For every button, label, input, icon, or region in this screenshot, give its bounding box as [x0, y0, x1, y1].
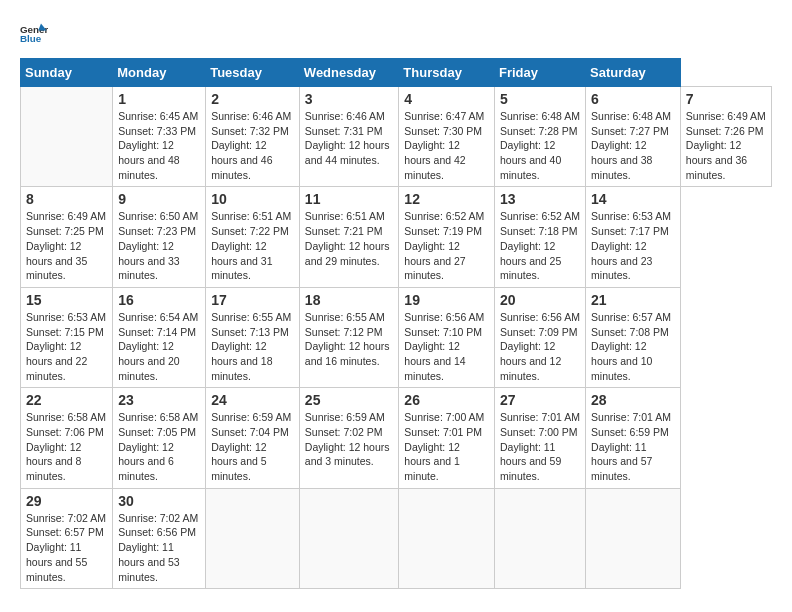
day-info: Sunrise: 6:49 AMSunset: 7:25 PMDaylight:… — [26, 209, 107, 282]
calendar-cell: 16 Sunrise: 6:54 AMSunset: 7:14 PMDaylig… — [113, 287, 206, 387]
day-number: 12 — [404, 191, 489, 207]
day-number: 2 — [211, 91, 294, 107]
day-info: Sunrise: 6:58 AMSunset: 7:06 PMDaylight:… — [26, 410, 107, 483]
day-number: 22 — [26, 392, 107, 408]
day-info: Sunrise: 6:51 AMSunset: 7:21 PMDaylight:… — [305, 209, 394, 268]
day-number: 24 — [211, 392, 294, 408]
day-number: 8 — [26, 191, 107, 207]
calendar-cell: 1 Sunrise: 6:45 AMSunset: 7:33 PMDayligh… — [113, 87, 206, 187]
calendar-cell — [206, 488, 300, 588]
calendar-week-2: 8 Sunrise: 6:49 AMSunset: 7:25 PMDayligh… — [21, 187, 772, 287]
day-info: Sunrise: 6:59 AMSunset: 7:02 PMDaylight:… — [305, 410, 394, 469]
day-info: Sunrise: 6:51 AMSunset: 7:22 PMDaylight:… — [211, 209, 294, 282]
calendar-cell: 29 Sunrise: 7:02 AMSunset: 6:57 PMDaylig… — [21, 488, 113, 588]
calendar-week-5: 29 Sunrise: 7:02 AMSunset: 6:57 PMDaylig… — [21, 488, 772, 588]
calendar-cell: 21 Sunrise: 6:57 AMSunset: 7:08 PMDaylig… — [586, 287, 681, 387]
day-header-saturday: Saturday — [586, 59, 681, 87]
day-number: 9 — [118, 191, 200, 207]
day-number: 16 — [118, 292, 200, 308]
day-number: 23 — [118, 392, 200, 408]
calendar-week-4: 22 Sunrise: 6:58 AMSunset: 7:06 PMDaylig… — [21, 388, 772, 488]
day-info: Sunrise: 6:53 AMSunset: 7:15 PMDaylight:… — [26, 310, 107, 383]
day-info: Sunrise: 7:02 AMSunset: 6:56 PMDaylight:… — [118, 511, 200, 584]
day-info: Sunrise: 6:55 AMSunset: 7:13 PMDaylight:… — [211, 310, 294, 383]
day-number: 26 — [404, 392, 489, 408]
calendar-week-3: 15 Sunrise: 6:53 AMSunset: 7:15 PMDaylig… — [21, 287, 772, 387]
calendar-cell: 15 Sunrise: 6:53 AMSunset: 7:15 PMDaylig… — [21, 287, 113, 387]
day-number: 6 — [591, 91, 675, 107]
calendar-cell: 10 Sunrise: 6:51 AMSunset: 7:22 PMDaylig… — [206, 187, 300, 287]
calendar-cell: 28 Sunrise: 7:01 AMSunset: 6:59 PMDaylig… — [586, 388, 681, 488]
day-info: Sunrise: 6:56 AMSunset: 7:10 PMDaylight:… — [404, 310, 489, 383]
calendar-cell: 17 Sunrise: 6:55 AMSunset: 7:13 PMDaylig… — [206, 287, 300, 387]
calendar-cell: 19 Sunrise: 6:56 AMSunset: 7:10 PMDaylig… — [399, 287, 495, 387]
calendar-cell: 2 Sunrise: 6:46 AMSunset: 7:32 PMDayligh… — [206, 87, 300, 187]
day-info: Sunrise: 6:55 AMSunset: 7:12 PMDaylight:… — [305, 310, 394, 369]
day-number: 19 — [404, 292, 489, 308]
logo-icon: General Blue — [20, 20, 48, 48]
calendar-cell: 24 Sunrise: 6:59 AMSunset: 7:04 PMDaylig… — [206, 388, 300, 488]
svg-text:Blue: Blue — [20, 33, 42, 44]
calendar-table: SundayMondayTuesdayWednesdayThursdayFrid… — [20, 58, 772, 589]
day-number: 30 — [118, 493, 200, 509]
calendar-cell: 8 Sunrise: 6:49 AMSunset: 7:25 PMDayligh… — [21, 187, 113, 287]
day-info: Sunrise: 7:01 AMSunset: 7:00 PMDaylight:… — [500, 410, 580, 483]
calendar-header: SundayMondayTuesdayWednesdayThursdayFrid… — [21, 59, 772, 87]
day-number: 11 — [305, 191, 394, 207]
day-header-sunday: Sunday — [21, 59, 113, 87]
day-info: Sunrise: 6:54 AMSunset: 7:14 PMDaylight:… — [118, 310, 200, 383]
calendar-cell: 4 Sunrise: 6:47 AMSunset: 7:30 PMDayligh… — [399, 87, 495, 187]
calendar-cell: 6 Sunrise: 6:48 AMSunset: 7:27 PMDayligh… — [586, 87, 681, 187]
calendar-cell: 9 Sunrise: 6:50 AMSunset: 7:23 PMDayligh… — [113, 187, 206, 287]
day-number: 28 — [591, 392, 675, 408]
calendar-cell — [399, 488, 495, 588]
day-info: Sunrise: 6:53 AMSunset: 7:17 PMDaylight:… — [591, 209, 675, 282]
day-info: Sunrise: 6:58 AMSunset: 7:05 PMDaylight:… — [118, 410, 200, 483]
calendar-cell: 27 Sunrise: 7:01 AMSunset: 7:00 PMDaylig… — [494, 388, 585, 488]
calendar-cell: 26 Sunrise: 7:00 AMSunset: 7:01 PMDaylig… — [399, 388, 495, 488]
calendar-cell: 30 Sunrise: 7:02 AMSunset: 6:56 PMDaylig… — [113, 488, 206, 588]
day-info: Sunrise: 6:57 AMSunset: 7:08 PMDaylight:… — [591, 310, 675, 383]
day-info: Sunrise: 6:49 AMSunset: 7:26 PMDaylight:… — [686, 109, 766, 182]
day-number: 5 — [500, 91, 580, 107]
day-number: 3 — [305, 91, 394, 107]
day-info: Sunrise: 6:50 AMSunset: 7:23 PMDaylight:… — [118, 209, 200, 282]
day-number: 20 — [500, 292, 580, 308]
calendar-cell: 22 Sunrise: 6:58 AMSunset: 7:06 PMDaylig… — [21, 388, 113, 488]
day-number: 14 — [591, 191, 675, 207]
day-info: Sunrise: 7:00 AMSunset: 7:01 PMDaylight:… — [404, 410, 489, 483]
day-info: Sunrise: 6:46 AMSunset: 7:31 PMDaylight:… — [305, 109, 394, 168]
day-number: 1 — [118, 91, 200, 107]
calendar-cell: 14 Sunrise: 6:53 AMSunset: 7:17 PMDaylig… — [586, 187, 681, 287]
calendar-cell: 11 Sunrise: 6:51 AMSunset: 7:21 PMDaylig… — [299, 187, 399, 287]
calendar-cell — [494, 488, 585, 588]
day-info: Sunrise: 6:56 AMSunset: 7:09 PMDaylight:… — [500, 310, 580, 383]
calendar-cell — [299, 488, 399, 588]
day-header-wednesday: Wednesday — [299, 59, 399, 87]
calendar-cell: 20 Sunrise: 6:56 AMSunset: 7:09 PMDaylig… — [494, 287, 585, 387]
day-number: 10 — [211, 191, 294, 207]
calendar-cell — [586, 488, 681, 588]
day-header-monday: Monday — [113, 59, 206, 87]
day-header-friday: Friday — [494, 59, 585, 87]
day-info: Sunrise: 6:48 AMSunset: 7:27 PMDaylight:… — [591, 109, 675, 182]
day-info: Sunrise: 7:01 AMSunset: 6:59 PMDaylight:… — [591, 410, 675, 483]
calendar-cell: 23 Sunrise: 6:58 AMSunset: 7:05 PMDaylig… — [113, 388, 206, 488]
calendar-cell — [21, 87, 113, 187]
calendar-week-1: 1 Sunrise: 6:45 AMSunset: 7:33 PMDayligh… — [21, 87, 772, 187]
day-info: Sunrise: 6:52 AMSunset: 7:18 PMDaylight:… — [500, 209, 580, 282]
calendar-cell: 25 Sunrise: 6:59 AMSunset: 7:02 PMDaylig… — [299, 388, 399, 488]
day-info: Sunrise: 6:59 AMSunset: 7:04 PMDaylight:… — [211, 410, 294, 483]
calendar-cell: 12 Sunrise: 6:52 AMSunset: 7:19 PMDaylig… — [399, 187, 495, 287]
calendar-cell: 18 Sunrise: 6:55 AMSunset: 7:12 PMDaylig… — [299, 287, 399, 387]
day-number: 13 — [500, 191, 580, 207]
calendar-cell: 5 Sunrise: 6:48 AMSunset: 7:28 PMDayligh… — [494, 87, 585, 187]
header: General Blue — [20, 20, 772, 48]
day-number: 18 — [305, 292, 394, 308]
logo: General Blue — [20, 20, 52, 48]
day-number: 27 — [500, 392, 580, 408]
day-header-tuesday: Tuesday — [206, 59, 300, 87]
day-number: 15 — [26, 292, 107, 308]
day-info: Sunrise: 7:02 AMSunset: 6:57 PMDaylight:… — [26, 511, 107, 584]
day-info: Sunrise: 6:52 AMSunset: 7:19 PMDaylight:… — [404, 209, 489, 282]
